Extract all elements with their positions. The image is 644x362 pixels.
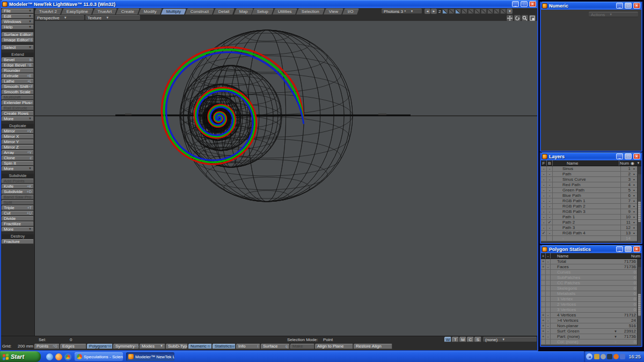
view-type-dropdown[interactable]: Perspective▼ (35, 15, 84, 20)
layer-row[interactable]: -14 (541, 236, 637, 241)
firefox-icon[interactable] (55, 353, 62, 360)
tab-multiply[interactable]: Multiply (161, 9, 186, 14)
tool-lathe[interactable]: Lathe+L (2, 79, 34, 84)
zoom-icon[interactable] (522, 15, 528, 21)
tool-image-editor[interactable]: Image EditorF6 (2, 38, 34, 42)
close-button[interactable]: ✕ (529, 1, 536, 7)
minimize-button[interactable]: _ (616, 153, 623, 159)
tool-rounder[interactable]: Rounder (2, 68, 34, 73)
mode-restore-align[interactable]: Restore Align (354, 344, 392, 349)
layers-title-bar[interactable]: Layers _ □ ✕ (541, 152, 641, 160)
tab-i-o[interactable]: I/O (342, 9, 359, 14)
stat-row[interactable]: +-Total71736 (541, 259, 637, 264)
menu-windows[interactable]: Windows▼ (2, 19, 34, 24)
tab-trueart-2[interactable]: TrueArt 2 (34, 9, 62, 14)
stat-row[interactable]: +-Skelegons0 (541, 286, 637, 291)
mode-statistics[interactable]: Statisticsw (213, 344, 236, 349)
tool-knife[interactable]: Knife+K (2, 184, 34, 189)
stat-row[interactable]: +-Col: (none)▼0 (541, 339, 637, 345)
layer-row[interactable]: --Sinus Curve3• (541, 177, 637, 182)
layer-tile-3[interactable] (455, 9, 461, 14)
stat-row[interactable]: +-Non-planar516 (541, 323, 637, 329)
tool-clone[interactable]: Clonec (2, 156, 34, 160)
layer-row[interactable]: --Blue Path6• (541, 193, 637, 198)
layer-tile-4[interactable] (462, 9, 467, 14)
vmap-c-button[interactable]: C (467, 337, 474, 342)
title-bar[interactable]: Modeler™ NewTek LightWave™ 11.0.3 (Win32… (1, 0, 537, 8)
layer-row[interactable]: -✓Path 211• (541, 220, 637, 225)
vmap-s-button[interactable]: S (474, 337, 481, 342)
stat-row[interactable]: +->4 Vertices24 (541, 318, 637, 323)
pan-icon[interactable] (507, 15, 513, 21)
vmap-dropdown[interactable]: (none)▼ (483, 337, 537, 342)
tool-more[interactable]: More▼ (2, 166, 34, 171)
maximize-button[interactable]: □ (521, 1, 528, 7)
layer-row[interactable]: --Sinus1• (541, 166, 637, 172)
tab-utilities[interactable]: Utilities (273, 9, 297, 14)
layer-tile-6[interactable] (474, 9, 480, 14)
stat-row[interactable]: +-Metaballs0 (541, 291, 637, 297)
layer-tile-10[interactable] (500, 9, 506, 14)
tab-view[interactable]: View (324, 9, 343, 14)
tool-mirror-y[interactable]: Mirror Y (2, 139, 34, 144)
tab-construct[interactable]: Construct (185, 9, 214, 14)
stat-row[interactable]: +-2 Vertices0 (541, 302, 637, 307)
bank-next-button[interactable]: ► (431, 9, 437, 14)
layer-tile-1[interactable] (442, 9, 448, 14)
tab-trueart[interactable]: TrueArt (92, 9, 117, 14)
mode-numeric[interactable]: Numericn (188, 344, 212, 349)
tool-smooth-scale[interactable]: Smooth Scale (2, 90, 34, 94)
tool-divide[interactable]: Divide (2, 216, 34, 221)
layer-row[interactable]: --Red Path4• (541, 182, 637, 188)
tray-icon-3[interactable] (607, 354, 612, 359)
layer-row[interactable]: --RGB Path 28• (541, 204, 637, 209)
minimize-button[interactable]: _ (616, 246, 623, 252)
layer-row[interactable]: --RGB Path 39• (541, 209, 637, 215)
tool-smooth-shift[interactable]: Smooth Shift+F (2, 84, 34, 89)
stat-row[interactable]: +-1 Vertex0 (541, 297, 637, 302)
stat-row[interactable]: +-4 Vertices71712 (541, 313, 637, 318)
tool-surface-editor[interactable]: Surface EditorF5 (2, 32, 34, 37)
tool-fractilize[interactable]: Fractilize (2, 221, 34, 226)
numeric-title-bar[interactable]: Numeric _ □ ✕ (541, 2, 641, 10)
tool-mirror[interactable]: Mirror+V (2, 129, 34, 134)
tray-chevron-icon[interactable]: ◄ (586, 353, 592, 360)
layer-tile-2[interactable] (449, 9, 455, 14)
tool-select[interactable]: Select▼ (2, 45, 34, 50)
tab-create[interactable]: Create (116, 9, 140, 14)
stats-title-bar[interactable]: Polygon Statistics _ □ ✕ (541, 245, 641, 253)
bank-prev-button[interactable]: ◄ (425, 9, 430, 14)
tab-selection[interactable]: Selection (296, 9, 325, 14)
tool-array[interactable]: Array^Y (2, 150, 34, 155)
layer-row[interactable]: --Path 312• (541, 225, 637, 231)
menu-edit[interactable]: Edit▼ (2, 14, 34, 19)
tool-bevel[interactable]: Bevelb (2, 57, 34, 62)
mode-polygons[interactable]: Polygons^H (87, 344, 113, 349)
mode-subd-type[interactable]: SubD-Type▼ (166, 344, 188, 349)
stat-row[interactable]: +-CC Patches0 (541, 280, 637, 286)
close-button[interactable]: ✕ (633, 246, 640, 252)
mode-points[interactable]: Points^G (34, 344, 60, 349)
vmap-m-button[interactable]: M (459, 337, 466, 342)
layers-scrollbar[interactable] (637, 174, 641, 242)
layer-row[interactable]: --Green Path5• (541, 188, 637, 193)
mode-modes[interactable]: Modes▼ (140, 344, 165, 349)
minimize-button[interactable]: _ (512, 1, 519, 7)
panel-menu-icon[interactable]: ▼ (635, 160, 641, 166)
layer-row[interactable]: ✓-RGB Path 413• (541, 231, 637, 236)
photons-dropdown[interactable]: Photons 3 *▼ (382, 9, 422, 14)
taskbar-task-2[interactable]: Modeler™ NewTek Li... (126, 352, 174, 361)
tool-create-rows[interactable]: Create Rows (2, 111, 34, 116)
tray-icon-4[interactable] (613, 354, 619, 359)
layer-row[interactable]: --Path2• (541, 172, 637, 177)
stat-row[interactable]: +-Surf: Green▼23912 (541, 329, 637, 334)
taskbar-task-1[interactable]: Speculations - Scienc... (75, 352, 123, 361)
tool-extrude[interactable]: Extrude+E (2, 73, 34, 78)
mode-align-to-plane[interactable]: Align to Plane (315, 344, 353, 349)
rotate-icon[interactable] (514, 15, 521, 21)
chrome-icon[interactable] (64, 353, 71, 360)
tab-detail[interactable]: Detail (213, 9, 235, 14)
tray-icon-1[interactable] (594, 354, 599, 359)
vmap-w-button[interactable]: W (444, 337, 451, 342)
tool-subdivide[interactable]: Subdivide+D (2, 189, 34, 194)
